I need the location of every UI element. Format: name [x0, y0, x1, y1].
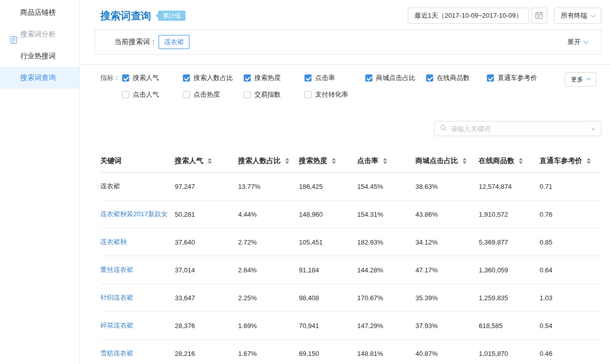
column-header-label: 直通车参考价 [540, 156, 582, 165]
keyword-link[interactable]: 针织连衣裙 [100, 294, 133, 301]
sort-icon[interactable] [208, 158, 212, 164]
current-search-box: 当前搜索词： 连衣裙 展开 [95, 29, 601, 55]
search-icon [440, 124, 447, 133]
current-search-term-tag[interactable]: 连衣裙 [159, 35, 189, 49]
indicator-checkbox-item[interactable]: 交易指数 [244, 89, 304, 100]
checkbox-checked-icon[interactable] [244, 74, 251, 82]
checkbox-checked-icon[interactable] [426, 74, 433, 82]
click-rate-cell: 144.28% [357, 256, 415, 284]
search-popularity-cell: 37,640 [175, 228, 238, 256]
column-header[interactable]: 在线商品数 [479, 149, 540, 173]
sidebar-item-search-word-query[interactable]: 搜索词查询 [0, 67, 80, 89]
sort-icon[interactable] [332, 158, 336, 164]
sort-icon[interactable] [587, 158, 591, 164]
more-button-label: 更多 [571, 75, 583, 84]
keyword-cell[interactable]: 连衣裙 [100, 173, 175, 200]
indicator-checkbox-item[interactable]: 点击人气 [122, 89, 183, 100]
ztc-reference-price-cell: 0.71 [540, 173, 601, 200]
keyword-link[interactable]: 连衣裙 [100, 182, 120, 190]
search-users-ratio-cell: 4.44% [238, 200, 299, 228]
online-products-cell: 1,259,835 [479, 284, 540, 312]
click-rate-cell: 182.93% [357, 228, 415, 256]
checkbox-unchecked-icon[interactable] [183, 91, 190, 98]
sidebar-item-industry-hot-words[interactable]: 行业热搜词 [0, 45, 80, 67]
column-header[interactable]: 商城点击占比 [415, 149, 479, 173]
click-rate-cell: 147.29% [357, 312, 415, 340]
indicator-checkbox-item[interactable]: 在线商品数 [426, 72, 487, 84]
search-users-ratio-cell: 13.77% [238, 173, 299, 200]
checkbox-checked-icon[interactable] [304, 74, 312, 82]
checkbox-unchecked-icon[interactable] [304, 91, 312, 98]
app-window: 商品店铺榜 搜索词分析 行业热搜词 搜索词查询 搜索词查询 累计值 [0, 0, 610, 364]
keyword-search-box: × [434, 121, 601, 136]
checkbox-checked-icon[interactable] [183, 74, 190, 82]
page-title: 搜索词查询 [100, 9, 151, 23]
keyword-cell[interactable]: 连衣裙秋 [100, 228, 175, 256]
date-range-button[interactable]: 最近1天（2017-10-09~2017-10-09） [408, 8, 529, 24]
ztc-reference-price-cell: 0.64 [540, 256, 601, 284]
calendar-button[interactable] [531, 8, 547, 24]
column-header-label: 商城点击占比 [415, 156, 458, 165]
keyword-cell[interactable]: 针织连衣裙 [100, 284, 175, 312]
expand-button[interactable]: 展开 [567, 37, 588, 47]
keyword-link[interactable]: 连衣裙秋 [100, 238, 127, 246]
sort-icon[interactable] [463, 158, 467, 164]
keyword-link[interactable]: 碎花连衣裙 [100, 321, 133, 329]
terminal-dropdown[interactable]: 所有终端 [554, 8, 601, 24]
top-controls: 最近1天（2017-10-09~2017-10-09） 所有终端 [408, 8, 601, 24]
sort-icon[interactable] [519, 158, 523, 164]
column-header[interactable]: 点击率 [357, 149, 415, 173]
sidebar-item-label: 商品店铺榜 [20, 8, 56, 16]
sidebar-item-search-word-analysis[interactable]: 搜索词分析 [0, 23, 80, 45]
checkbox-checked-icon[interactable] [487, 74, 494, 82]
mall-click-ratio-cell: 40.87% [415, 340, 479, 364]
sort-icon[interactable] [383, 158, 387, 164]
keyword-cell[interactable]: 碎花连衣裙 [100, 312, 175, 340]
checkbox-unchecked-icon[interactable] [122, 91, 129, 98]
keyword-link[interactable]: 雪纺连衣裙 [100, 349, 133, 357]
section-divider [80, 64, 610, 65]
indicator-item-label: 点击率 [315, 72, 335, 84]
indicator-checkbox-item[interactable]: 搜索热度 [244, 72, 304, 84]
indicator-item-label: 在线商品数 [437, 72, 470, 84]
table-row: 连衣裙 97,247 13.77% 186,425 154.45% 38.63%… [100, 173, 601, 200]
keyword-cell[interactable]: 蕾丝连衣裙 [100, 256, 175, 284]
keyword-link[interactable]: 连衣裙秋装2017新款女 [100, 210, 168, 218]
indicator-checkbox-item[interactable]: 点击率 [304, 72, 365, 84]
column-header-label: 点击率 [357, 156, 378, 165]
indicator-checkbox-item[interactable]: 搜索人气 [122, 72, 183, 84]
checkbox-unchecked-icon[interactable] [244, 91, 251, 98]
indicator-checkbox-item[interactable]: 直通车参考价 [487, 72, 548, 84]
sidebar-item-product-shop-rank[interactable]: 商品店铺榜 [0, 2, 80, 23]
column-header[interactable]: 直通车参考价 [540, 149, 601, 173]
indicator-item-label: 搜索热度 [254, 72, 281, 84]
indicator-checkbox-item[interactable]: 搜索人数占比 [183, 72, 244, 84]
search-popularity-cell: 28,216 [175, 340, 238, 364]
indicator-row-checked: 搜索人气 搜索人数占比 搜索热度 [122, 72, 548, 84]
keyword-cell[interactable]: 连衣裙秋装2017新款女 [100, 200, 175, 228]
column-header[interactable]: 关键词 [100, 149, 175, 173]
checkbox-checked-icon[interactable] [122, 74, 129, 82]
column-header[interactable]: 搜索热度 [299, 149, 357, 173]
badge-pointer [156, 14, 158, 18]
indicator-checkbox-item[interactable]: 商城点击占比 [365, 72, 426, 84]
indicator-item-label: 点击人气 [133, 89, 159, 100]
column-header-label: 搜索人气 [175, 156, 203, 165]
keyword-cell[interactable]: 雪纺连衣裙 [100, 340, 175, 364]
sort-icon[interactable] [285, 158, 289, 164]
search-users-ratio-cell: 2.64% [238, 256, 299, 284]
analysis-document-icon [10, 30, 17, 37]
column-header[interactable]: 搜索人气 [175, 149, 238, 173]
terminal-dropdown-label: 所有终端 [561, 11, 587, 20]
checkbox-checked-icon[interactable] [365, 74, 372, 82]
indicator-checkbox-item[interactable]: 点击热度 [183, 89, 244, 100]
keyword-search-input[interactable] [451, 125, 591, 133]
table-row: 连衣裙秋 37,640 2.72% 105,451 182.93% 34.12%… [100, 228, 601, 256]
indicator-checkbox-item[interactable]: 支付转化率 [304, 89, 365, 100]
search-users-ratio-cell: 2.72% [238, 228, 299, 256]
column-header-label: 搜索人数占比 [238, 156, 281, 165]
keyword-link[interactable]: 蕾丝连衣裙 [100, 266, 133, 273]
column-header[interactable]: 搜索人数占比 [238, 149, 299, 173]
clear-input-icon[interactable]: × [591, 125, 595, 133]
more-button[interactable]: 更多 [565, 72, 596, 87]
